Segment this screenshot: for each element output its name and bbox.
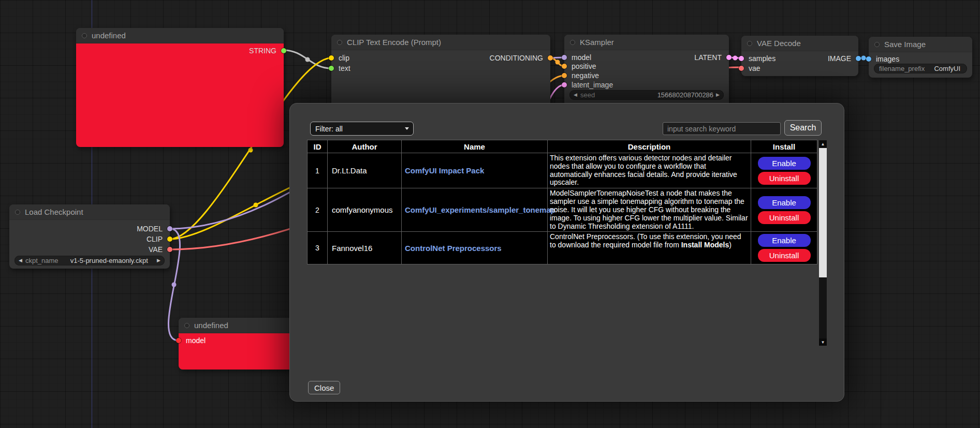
slot-label: positive	[572, 62, 596, 70]
slot-label: vae	[749, 64, 760, 72]
extension-link[interactable]: ControlNet Preprocessors	[405, 244, 502, 253]
close-button[interactable]: Close	[308, 381, 340, 394]
node-body: STRING	[76, 43, 284, 147]
node-load-checkpoint[interactable]: Load Checkpoint MODEL CLIP VAE ◀ ckpt_na…	[9, 204, 170, 269]
collapse-dot-icon[interactable]	[747, 41, 752, 46]
uninstall-button[interactable]: Uninstall	[758, 211, 811, 224]
extension-manager-dialog: Filter: all Search ID Author Name Descri…	[289, 103, 844, 402]
slot-label: VAE	[149, 245, 163, 254]
scrollbar-thumb[interactable]	[819, 148, 827, 277]
input-slot-text: text	[331, 64, 550, 73]
col-header-author: Author	[328, 140, 402, 153]
collapse-dot-icon[interactable]	[570, 40, 575, 45]
string-slot-dot[interactable]	[329, 66, 334, 71]
output-slot-conditioning: CONDITIONING	[331, 53, 550, 63]
widget-label: ckpt_name	[25, 257, 58, 264]
extension-link[interactable]: ComfyUI Impact Pack	[405, 166, 484, 175]
node-title: Load Checkpoint	[25, 208, 83, 216]
extension-table-wrap: ID Author Name Description Install 1 Dr.…	[307, 140, 817, 264]
extension-table: ID Author Name Description Install 1 Dr.…	[307, 140, 817, 264]
model-slot-dot[interactable]	[167, 226, 172, 231]
node-header: VAE Decode	[741, 36, 858, 51]
filter-select[interactable]: Filter: all	[310, 122, 414, 136]
vae-slot-dot[interactable]	[167, 247, 172, 252]
col-header-id: ID	[308, 140, 328, 153]
node-save-image[interactable]: Save Image images filename_prefix ComfyU…	[869, 37, 972, 78]
node-title: undefined	[92, 31, 126, 40]
node-title: VAE Decode	[757, 39, 801, 48]
scroll-up-icon[interactable]: ▲	[819, 140, 827, 147]
conditioning-slot-dot[interactable]	[562, 64, 567, 69]
search-input[interactable]	[663, 122, 781, 135]
uninstall-button[interactable]: Uninstall	[758, 249, 811, 262]
cell-id: 2	[308, 188, 328, 232]
conditioning-slot-dot[interactable]	[548, 55, 553, 61]
seed-widget[interactable]: ◀ seed 156680208700286 ▶	[569, 90, 724, 100]
node-header: undefined	[76, 28, 284, 43]
clip-slot-dot[interactable]	[167, 237, 172, 242]
enable-button[interactable]: Enable	[758, 157, 811, 170]
uninstall-button[interactable]: Uninstall	[758, 172, 811, 185]
table-row: 2 comfyanonymous ComfyUI_experiments/sam…	[308, 188, 817, 232]
cell-name: ComfyUI Impact Pack	[402, 153, 548, 188]
latent-slot-dot[interactable]	[726, 55, 732, 60]
widget-decrement-icon[interactable]: ◀	[19, 258, 22, 263]
image-slot-dot[interactable]	[856, 56, 861, 61]
collapse-dot-icon[interactable]	[874, 42, 880, 47]
col-header-install: Install	[751, 140, 817, 153]
slot-label: text	[339, 64, 350, 72]
scroll-down-icon[interactable]: ▼	[819, 338, 827, 346]
extension-link[interactable]: ComfyUI_experiments/sampler_tonemap	[405, 205, 555, 214]
collapse-dot-icon[interactable]	[15, 210, 20, 215]
enable-button[interactable]: Enable	[758, 196, 811, 209]
conditioning-slot-dot[interactable]	[562, 73, 567, 78]
filename-prefix-widget[interactable]: filename_prefix ComfyUI	[874, 64, 967, 73]
image-slot-dot[interactable]	[866, 56, 871, 62]
enable-button[interactable]: Enable	[758, 234, 811, 247]
table-header-row: ID Author Name Description Install	[308, 140, 817, 153]
slot-label: negative	[572, 71, 599, 80]
input-slot-negative: negative	[564, 71, 729, 80]
output-slot-image: IMAGE	[741, 54, 858, 63]
widget-increment-icon[interactable]: ▶	[157, 258, 160, 263]
slot-label: latent_image	[572, 81, 613, 89]
description-text: )	[729, 241, 732, 249]
input-slot-vae: vae	[741, 64, 858, 73]
description-text: ModelSamplerTonemapNoiseTest a node that…	[550, 189, 748, 230]
cell-description: This extension offers various detector n…	[548, 153, 751, 188]
output-slot-clip: CLIP	[9, 234, 170, 244]
filter-select-wrap: Filter: all	[310, 122, 414, 136]
cell-install: Enable Uninstall	[751, 188, 817, 232]
widget-value: ComfyUI	[934, 65, 960, 72]
node-title: CLIP Text Encode (Prompt)	[347, 38, 441, 47]
widget-label: seed	[580, 91, 595, 99]
model-slot-dot[interactable]	[176, 338, 181, 343]
ckpt-name-widget[interactable]: ◀ ckpt_name v1-5-pruned-emaonly.ckpt ▶	[14, 256, 165, 265]
node-undefined-top[interactable]: undefined STRING	[76, 28, 284, 147]
slot-label: CLIP	[147, 235, 163, 243]
cell-author: Dr.Lt.Data	[328, 153, 402, 188]
widget-increment-icon[interactable]: ▶	[716, 93, 720, 97]
vae-slot-dot[interactable]	[739, 66, 744, 71]
collapse-dot-icon[interactable]	[184, 323, 189, 328]
node-ksampler[interactable]: KSampler model positive negative latent_…	[564, 35, 729, 107]
table-row: 3 Fannovel16 ControlNet Preprocessors Co…	[308, 232, 817, 264]
widget-label: filename_prefix	[879, 65, 925, 72]
search-button[interactable]: Search	[784, 120, 822, 136]
output-slot-string: STRING	[76, 46, 284, 55]
widget-decrement-icon[interactable]: ◀	[574, 93, 577, 97]
collapse-dot-icon[interactable]	[82, 33, 87, 38]
node-title: undefined	[194, 321, 228, 330]
output-slot-model: MODEL	[9, 224, 170, 233]
cell-name: ComfyUI_experiments/sampler_tonemap	[402, 188, 548, 232]
string-slot-dot[interactable]	[281, 48, 286, 53]
description-bold-text: Install Models	[681, 241, 729, 249]
node-clip-text-encode[interactable]: CLIP Text Encode (Prompt) clip text COND…	[331, 35, 550, 107]
collapse-dot-icon[interactable]	[337, 40, 342, 45]
table-row: 1 Dr.Lt.Data ComfyUI Impact Pack This ex…	[308, 153, 817, 188]
node-header: Save Image	[869, 37, 972, 52]
node-vae-decode[interactable]: VAE Decode samples vae IMAGE	[741, 36, 858, 76]
node-title: Save Image	[884, 40, 926, 49]
input-slot-images: images	[869, 54, 972, 64]
latent-slot-dot[interactable]	[562, 82, 567, 87]
